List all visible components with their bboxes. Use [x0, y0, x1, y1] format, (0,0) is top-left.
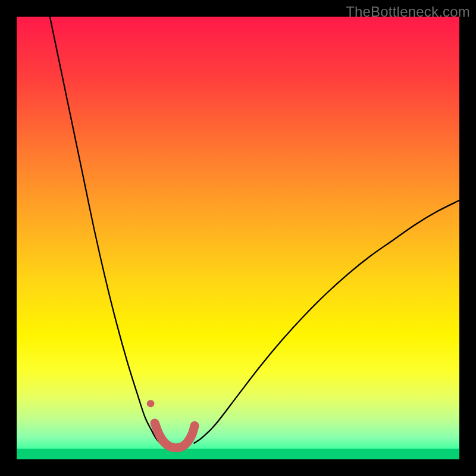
series-left-marker-thick	[155, 423, 195, 448]
plot-area	[17, 17, 459, 459]
watermark-text: TheBottleneck.com	[346, 4, 470, 20]
series-right-arm	[194, 201, 459, 443]
green-floor	[17, 449, 459, 459]
curve-layer	[17, 17, 459, 459]
series-left-arm	[50, 17, 161, 443]
chart-frame: TheBottleneck.com	[0, 0, 476, 476]
